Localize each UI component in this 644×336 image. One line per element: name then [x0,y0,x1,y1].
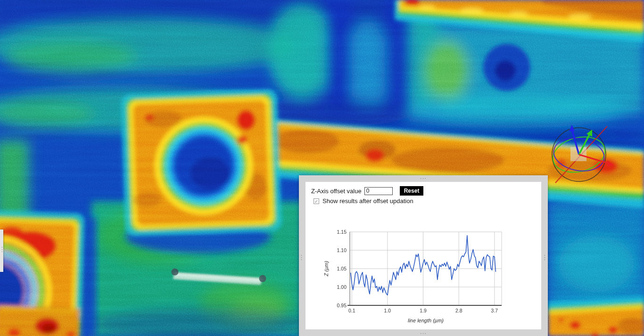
svg-text:3.7: 3.7 [491,308,498,313]
svg-text:0.1: 0.1 [348,308,355,313]
svg-text:1.00: 1.00 [337,284,347,290]
svg-text:1.05: 1.05 [337,266,347,271]
svg-text:2.8: 2.8 [455,308,462,313]
profile-chart: 0.11.01.92.83.71.151.101.051.000.95line … [322,229,509,329]
show-results-checkbox[interactable]: ✓ [314,198,319,204]
svg-text:1.0: 1.0 [384,308,391,313]
show-results-row: ✓ Show results after offset updation [314,197,413,205]
offset-control-row: Z-Axis offset value Reset [311,186,423,196]
svg-text:0.95: 0.95 [337,303,347,308]
svg-text:1.9: 1.9 [420,308,427,313]
profile-chart-svg: 0.11.01.92.83.71.151.101.051.000.95line … [322,229,509,329]
drag-handle-icon[interactable]: ··· [420,176,427,180]
show-results-label: Show results after offset updation [322,197,413,205]
drag-handle-icon[interactable]: ··· [0,246,5,253]
offset-panel: ··· ··· ··· ··· Z-Axis offset value Rese… [299,175,548,336]
drag-handle-icon[interactable]: ··· [299,254,304,261]
docked-panel-edge[interactable]: ··· [0,229,3,272]
svg-text:1.15: 1.15 [337,229,347,235]
offset-label: Z-Axis offset value [311,188,362,195]
svg-text:line length (µm): line length (µm) [408,318,444,323]
drag-handle-icon[interactable]: ··· [543,254,547,261]
offset-panel-body: Z-Axis offset value Reset ✓ Show results… [305,182,541,329]
z-offset-input[interactable] [364,187,393,195]
svg-text:1.10: 1.10 [337,247,347,253]
surface-viewport[interactable]: ··· ··· ··· ··· ··· Z-Axis offset value … [0,0,644,336]
drag-handle-icon[interactable]: ··· [420,331,427,336]
reset-button[interactable]: Reset [400,186,424,196]
svg-text:Z (µm): Z (µm) [323,261,329,277]
